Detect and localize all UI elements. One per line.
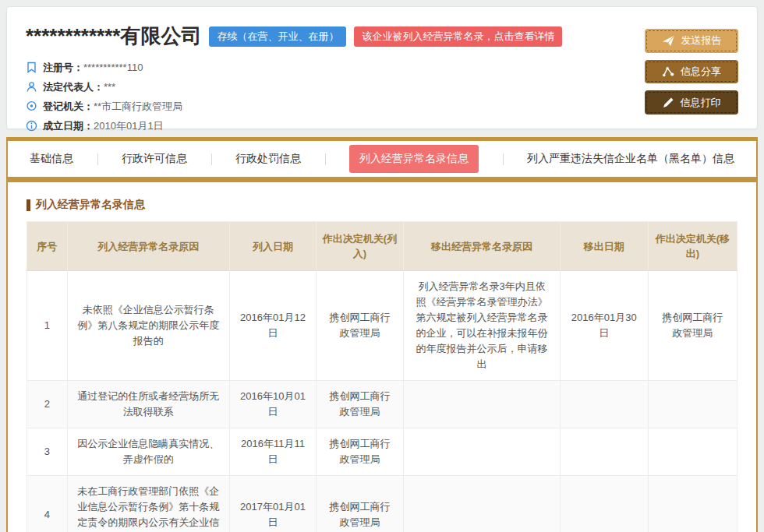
- company-header-card: ************有限公司 存续（在营、开业、在册） 该企业被列入经营异常…: [6, 6, 758, 129]
- cell-listing-authority: 携创网工商行政管理局: [316, 381, 403, 428]
- tab-separator: [97, 153, 98, 165]
- column-header-listing-authority: 作出决定机关(列入): [316, 222, 403, 271]
- company-info-block: ************有限公司 存续（在营、开业、在册） 该企业被列入经营异常…: [26, 23, 562, 115]
- info-row-registration-number: 注册号： ***********110: [26, 58, 562, 77]
- pencil-icon: [663, 97, 674, 108]
- registration-authority-value: **市工商行政管理局: [94, 100, 182, 114]
- page: ************有限公司 存续（在营、开业、在册） 该企业被列入经营异常…: [0, 0, 764, 532]
- column-header-listing-reason: 列入经营异常名录原因: [67, 222, 230, 271]
- section-title-text: 列入经营异常名录信息: [36, 198, 145, 212]
- table-row: 2 通过登记的住所或者经营场所无法取得联系 2016年10月01日 携创网工商行…: [27, 381, 737, 428]
- share-info-button[interactable]: 信息分享: [645, 60, 738, 84]
- cell-removal-reason: [404, 476, 561, 532]
- cell-removal-reason: 列入经营异常名录3年内且依照《经营异常名录管理办法》第六规定被列入经营异常名录的…: [404, 271, 561, 381]
- share-nodes-icon: [662, 66, 674, 77]
- legal-representative-value: ***: [104, 81, 115, 93]
- detail-panel: 基础信息 行政许可信息 行政处罚信息 列入经营异常名录信息 列入严重违法失信企业…: [6, 137, 758, 532]
- cell-listing-date: 2016年11月11日: [230, 428, 317, 476]
- cell-removal-authority: 携创网工商行政管理局: [648, 271, 737, 381]
- column-header-seq: 序号: [27, 222, 68, 271]
- column-header-listing-date: 列入日期: [230, 222, 317, 271]
- send-report-button[interactable]: 发送报告: [645, 29, 738, 53]
- tab-separator: [325, 153, 326, 165]
- cell-listing-reason: 通过登记的住所或者经营场所无法取得联系: [67, 381, 230, 428]
- cell-removal-authority: [648, 476, 737, 532]
- cell-listing-reason: 未依照《企业信息公示暂行条例》第八条规定的期限公示年度报告的: [67, 271, 230, 381]
- tabbar: 基础信息 行政许可信息 行政处罚信息 列入经营异常名录信息 列入严重违法失信企业…: [8, 141, 756, 177]
- cell-removal-authority: [648, 381, 737, 428]
- share-info-label: 信息分享: [681, 65, 721, 79]
- cell-removal-reason: [404, 381, 561, 428]
- location-icon: [26, 100, 37, 112]
- info-label: 登记机关：: [43, 100, 94, 114]
- cell-listing-reason: 未在工商行政管理部门依照《企业信息公示暂行条例》第十条规定责令的期限内公示有关企…: [67, 476, 230, 532]
- gold-divider: [8, 177, 756, 182]
- abnormal-alert-badge[interactable]: 该企业被列入经营异常名录，点击查看详情: [354, 26, 562, 47]
- cell-removal-date: [560, 476, 648, 532]
- cell-removal-reason: [404, 428, 561, 476]
- cell-listing-authority: 携创网工商行政管理局: [316, 476, 403, 532]
- column-header-removal-authority: 作出决定机关(移出): [648, 222, 737, 271]
- info-row-legal-representative: 法定代表人： ***: [26, 77, 562, 97]
- cell-listing-date: 2016年01月12日: [230, 271, 317, 381]
- section-title: 列入经营异常名录信息: [27, 198, 737, 212]
- info-label: 法定代表人：: [43, 80, 104, 94]
- status-badge: 存续（在营、开业、在册）: [209, 26, 346, 47]
- print-info-label: 信息打印: [681, 96, 721, 110]
- cell-seq: 2: [27, 381, 68, 428]
- registration-number-value: ***********110: [83, 62, 143, 73]
- paper-plane-icon: [662, 35, 675, 47]
- cell-listing-reason: 因公示企业信息隐瞒真实情况、弄虚作假的: [67, 428, 230, 476]
- cell-removal-date: 2016年01月30日: [560, 271, 648, 381]
- cell-seq: 3: [27, 428, 68, 476]
- table-header-row: 序号 列入经营异常名录原因 列入日期 作出决定机关(列入) 移出经营异常名录原因…: [27, 222, 737, 271]
- tab-basic-info[interactable]: 基础信息: [30, 152, 73, 166]
- table-row: 4 未在工商行政管理部门依照《企业信息公示暂行条例》第十条规定责令的期限内公示有…: [27, 476, 737, 532]
- info-circle-icon: [26, 120, 37, 132]
- person-icon: [26, 81, 37, 93]
- abnormal-records-table: 序号 列入经营异常名录原因 列入日期 作出决定机关(列入) 移出经营异常名录原因…: [27, 221, 737, 532]
- table-row: 1 未依照《企业信息公示暂行条例》第八条规定的期限公示年度报告的 2016年01…: [27, 271, 737, 381]
- info-label: 注册号：: [43, 61, 83, 75]
- column-header-removal-date: 移出日期: [560, 222, 648, 271]
- cell-seq: 1: [27, 271, 68, 381]
- cell-removal-date: [560, 381, 648, 428]
- table-row: 3 因公示企业信息隐瞒真实情况、弄虚作假的 2016年11月11日 携创网工商行…: [27, 428, 737, 476]
- company-name: ************有限公司: [26, 23, 201, 50]
- print-info-button[interactable]: 信息打印: [645, 90, 738, 115]
- section-title-marker: [27, 199, 30, 211]
- badge-icon: [26, 62, 37, 73]
- info-row-registration-authority: 登记机关： **市工商行政管理局: [26, 97, 562, 116]
- info-label: 成立日期：: [43, 119, 94, 133]
- establishment-date-value: 2010年01月1日: [94, 119, 164, 133]
- tab-separator: [211, 153, 212, 165]
- cell-listing-authority: 携创网工商行政管理局: [316, 428, 403, 476]
- cell-removal-date: [560, 428, 648, 476]
- cell-seq: 4: [27, 476, 68, 532]
- cell-listing-date: 2017年01月01日: [230, 476, 317, 532]
- company-info-list: 注册号： ***********110 法定代表人： *** 登记机关： **市…: [26, 58, 562, 136]
- column-header-removal-reason: 移出经营异常名录原因: [404, 222, 561, 271]
- company-title-row: ************有限公司 存续（在营、开业、在册） 该企业被列入经营异常…: [26, 23, 562, 50]
- tab-administrative-penalty[interactable]: 行政处罚信息: [235, 152, 301, 166]
- cell-listing-date: 2016年10月01日: [230, 381, 317, 428]
- cell-listing-authority: 携创网工商行政管理局: [316, 271, 403, 381]
- tab-serious-violation-blacklist[interactable]: 列入严重违法失信企业名单（黑名单）信息: [527, 152, 734, 166]
- info-row-establishment-date: 成立日期： 2010年01月1日: [26, 116, 562, 136]
- header-actions: 发送报告 信息分享 信息打印: [645, 23, 738, 115]
- tab-abnormal-operation-list[interactable]: 列入经营异常名录信息: [349, 145, 479, 173]
- send-report-label: 发送报告: [681, 33, 722, 48]
- tab-administrative-license[interactable]: 行政许可信息: [122, 152, 187, 166]
- tab-separator: [503, 153, 504, 165]
- cell-removal-authority: [648, 428, 737, 476]
